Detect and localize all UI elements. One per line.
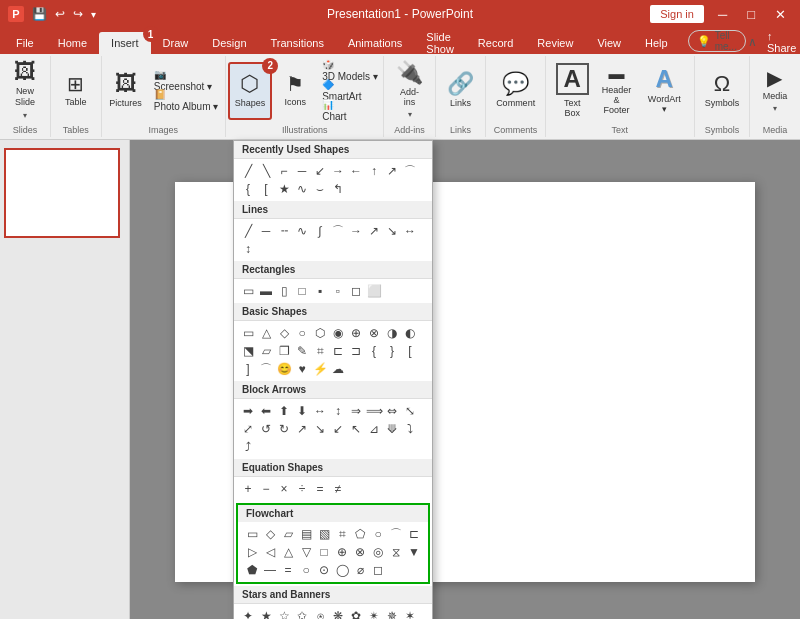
smartart-button[interactable]: 🔷 SmartArt [318,82,382,100]
media-button[interactable]: ▶ Media ▾ [755,62,795,120]
shape-item[interactable]: ⇒ [348,403,364,419]
shape-item[interactable]: ▬ [258,283,274,299]
shape-item[interactable]: { [366,343,382,359]
shape-item[interactable]: ⌀ [352,562,368,578]
shape-item[interactable]: ─ [294,163,310,179]
header-footer-button[interactable]: ▬ Header& Footer [596,62,638,120]
close-button[interactable]: ✕ [769,5,792,24]
shape-item[interactable]: ▭ [240,283,256,299]
undo-icon[interactable]: ↩ [53,5,67,23]
3d-models-button[interactable]: 🎲 3D Models ▾ [318,62,382,80]
shape-item[interactable]: ╱ [240,223,256,239]
shape-item[interactable]: − [258,481,274,497]
photo-album-button[interactable]: 📔 Photo Album ▾ [150,92,222,110]
tell-me-input[interactable]: 💡 Tell me... [688,30,746,52]
shape-item[interactable]: + [240,481,256,497]
shape-item[interactable]: ⟹ [366,403,382,419]
shape-item[interactable]: ✿ [348,608,364,619]
table-button[interactable]: ⊞ Table [56,62,96,120]
shape-item[interactable]: ] [240,361,256,377]
shape-item[interactable]: ↗ [366,223,382,239]
textbox-button[interactable]: A TextBox [552,62,593,120]
shape-item[interactable]: ⊙ [316,562,332,578]
shape-item[interactable]: ◑ [384,325,400,341]
shape-item[interactable]: ★ [258,608,274,619]
shape-item[interactable]: □ [316,544,332,560]
wordart-button[interactable]: A WordArt ▾ [641,62,688,120]
shape-item[interactable]: ▧ [316,526,332,542]
shape-item[interactable]: ⊗ [352,544,368,560]
symbols-button[interactable]: Ω Symbols [700,62,745,120]
shape-item[interactable]: ◁ [262,544,278,560]
shape-item[interactable]: { [240,181,256,197]
shape-item[interactable]: ✴ [366,608,382,619]
redo-icon[interactable]: ↪ [71,5,85,23]
shape-item[interactable]: ╱ [240,163,256,179]
shape-item[interactable]: ↘ [312,421,328,437]
shape-item[interactable]: ≠ [330,481,346,497]
slide-thumbnail[interactable] [4,148,120,238]
shape-item[interactable]: ☆ [276,608,292,619]
shape-item[interactable]: ╲ [258,163,274,179]
shape-item[interactable]: ⌒ [388,526,404,542]
shape-item[interactable]: ◻ [370,562,386,578]
shape-item[interactable]: ⌒ [402,163,418,179]
shape-item[interactable]: ▭ [240,325,256,341]
shape-item[interactable]: → [330,163,346,179]
shape-item[interactable]: ⊕ [334,544,350,560]
shape-item[interactable]: ▫ [330,283,346,299]
shape-item[interactable]: ⤴ [240,439,256,455]
shape-item[interactable]: ⤡ [402,403,418,419]
shape-item[interactable]: ⌒ [330,223,346,239]
shape-item[interactable]: ◇ [262,526,278,542]
shape-item[interactable]: ⊏ [406,526,422,542]
shape-item[interactable]: ↗ [294,421,310,437]
shape-item[interactable]: ⚡ [312,361,328,377]
shape-item[interactable]: ← [348,163,364,179]
shape-item[interactable]: ♥ [294,361,310,377]
shape-item[interactable]: ▽ [298,544,314,560]
shape-item[interactable]: ÷ [294,481,310,497]
shape-item[interactable]: ★ [276,181,292,197]
shape-item[interactable]: ⊗ [366,325,382,341]
tab-home[interactable]: Home [46,32,99,54]
tab-animations[interactable]: Animations [336,32,414,54]
shape-item[interactable]: ↺ [258,421,274,437]
new-slide-button[interactable]: 🖼 NewSlide ▾ [5,62,45,120]
tab-file[interactable]: File [4,32,46,54]
shape-item[interactable]: ↔ [312,403,328,419]
shape-item[interactable]: ↗ [384,163,400,179]
shape-item[interactable]: ↙ [312,163,328,179]
tab-review[interactable]: Review [525,32,585,54]
shape-item[interactable]: ○ [370,526,386,542]
shape-item[interactable]: △ [258,325,274,341]
shape-item[interactable]: ⊿ [366,421,382,437]
share-button[interactable]: ↑ Share [767,30,796,54]
shape-item[interactable]: ∿ [294,181,310,197]
shape-item[interactable]: ▯ [276,283,292,299]
shape-item[interactable]: ▱ [280,526,296,542]
shape-item[interactable]: ◐ [402,325,418,341]
tab-view[interactable]: View [585,32,633,54]
shape-item[interactable]: ❐ [276,343,292,359]
shape-item[interactable]: ✵ [384,608,400,619]
shape-item[interactable]: } [384,343,400,359]
shape-item[interactable]: ⌣ [312,181,328,197]
shape-item[interactable]: ▼ [406,544,422,560]
shape-item[interactable]: ⊏ [330,343,346,359]
shape-item[interactable]: 😊 [276,361,292,377]
shape-item[interactable]: ○ [294,325,310,341]
shape-item[interactable]: ⍟ [312,608,328,619]
shape-item[interactable]: △ [280,544,296,560]
shape-item[interactable]: ⊕ [348,325,364,341]
shape-item[interactable]: ◻ [348,283,364,299]
shape-item[interactable]: ◉ [330,325,346,341]
minimize-button[interactable]: ─ [712,5,733,24]
shape-item[interactable]: ⌗ [312,343,328,359]
shape-item[interactable]: ▭ [244,526,260,542]
tab-record[interactable]: Record [466,32,525,54]
shape-item[interactable]: ⬟ [244,562,260,578]
shape-item[interactable]: ⌒ [258,361,274,377]
shape-item[interactable]: = [280,562,296,578]
customize-icon[interactable]: ▾ [89,7,98,22]
